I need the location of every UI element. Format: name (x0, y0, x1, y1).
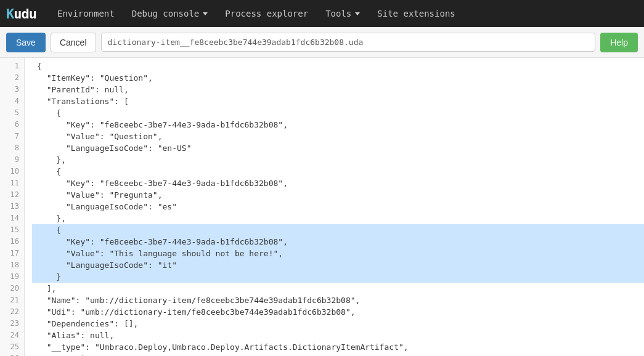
line-number: 16 (0, 236, 24, 248)
filename-display: dictionary-item__fe8ceebc3be744e39adab1f… (101, 33, 596, 52)
code-line: { (32, 107, 644, 119)
code-line: "Value": "Pregunta", (32, 189, 644, 201)
code-line: "LanguageIsoCode": "it" (32, 259, 644, 271)
line-number: 11 (0, 177, 24, 189)
line-numbers: 1234567891011121314151617181920212223242… (0, 58, 25, 356)
code-line: "ItemKey": "Question", (32, 72, 644, 84)
nav-tools[interactable]: Tools (317, 0, 369, 27)
cancel-button[interactable]: Cancel (51, 33, 96, 52)
line-number: 25 (0, 341, 24, 353)
help-button[interactable]: Help (600, 33, 638, 52)
code-line: }, (32, 154, 644, 166)
line-number: 23 (0, 318, 24, 330)
line-number: 13 (0, 201, 24, 212)
line-number: 9 (0, 154, 24, 166)
code-line: ], (32, 283, 644, 294)
line-number: 8 (0, 142, 24, 154)
code-line: "Value": "Question", (32, 131, 644, 142)
line-number: 20 (0, 283, 24, 294)
code-line: "LanguageIsoCode": "en-US" (32, 142, 644, 154)
line-number: 17 (0, 248, 24, 259)
code-line: "Key": "fe8ceebc-3be7-44e3-9ada-b1fdc6b3… (32, 236, 644, 248)
code-editor: 1234567891011121314151617181920212223242… (0, 58, 644, 356)
nav-debug-console[interactable]: Debug console (123, 0, 217, 27)
code-line: "Key": "fe8ceebc-3be7-44e3-9ada-b1fdc6b3… (32, 177, 644, 189)
nav-environment[interactable]: Environment (49, 0, 123, 27)
save-button[interactable]: Save (6, 33, 46, 52)
line-number: 10 (0, 166, 24, 177)
code-line: "Key": "fe8ceebc-3be7-44e3-9ada-b1fdc6b3… (32, 119, 644, 131)
line-number: 15 (0, 224, 24, 236)
code-line: { (32, 166, 644, 177)
line-number: 18 (0, 259, 24, 271)
nav-process-explorer[interactable]: Process explorer (216, 0, 317, 27)
code-line: "__type": "Umbraco.Deploy,Umbraco.Deploy… (32, 341, 644, 353)
line-number: 4 (0, 95, 24, 107)
brand-logo: Kudu (6, 6, 36, 22)
line-number: 2 (0, 72, 24, 84)
tools-caret-icon (355, 12, 360, 15)
line-number: 19 (0, 271, 24, 283)
line-number: 24 (0, 330, 24, 341)
line-number: 21 (0, 294, 24, 306)
code-line: "Name": "umb://dictionary-item/fe8ceebc3… (32, 294, 644, 306)
code-line: "__version": "3.4.4" (32, 353, 644, 356)
line-number: 6 (0, 119, 24, 131)
line-number: 7 (0, 131, 24, 142)
debug-console-caret-icon (203, 12, 208, 15)
line-number: 14 (0, 212, 24, 224)
code-line: "Alias": null, (32, 330, 644, 341)
navbar: Kudu Environment Debug console Process e… (0, 0, 644, 27)
code-line: }, (32, 212, 644, 224)
code-line: "Value": "This language should not be he… (32, 248, 644, 259)
code-line: "ParentId": null, (32, 84, 644, 95)
code-line: "Dependencies": [], (32, 318, 644, 330)
code-line: } (32, 271, 644, 283)
code-line: "Translations": [ (32, 95, 644, 107)
toolbar: Save Cancel dictionary-item__fe8ceebc3be… (0, 27, 644, 58)
line-number: 3 (0, 84, 24, 95)
code-line: "LanguageIsoCode": "es" (32, 201, 644, 212)
code-line: { (32, 60, 644, 72)
code-line: "Udi": "umb://dictionary-item/fe8ceebc3b… (32, 306, 644, 318)
code-content[interactable]: { "ItemKey": "Question", "ParentId": nul… (25, 58, 644, 356)
code-line: { (32, 224, 644, 236)
line-number: 12 (0, 189, 24, 201)
line-number: 26 (0, 353, 24, 356)
line-number: 22 (0, 306, 24, 318)
nav-site-extensions[interactable]: Site extensions (369, 0, 463, 27)
line-number: 5 (0, 107, 24, 119)
line-number: 1 (0, 60, 24, 72)
